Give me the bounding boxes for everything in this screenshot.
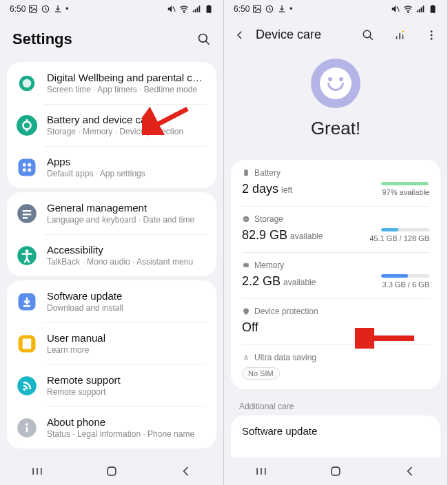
metric-header: Memory [242, 260, 429, 270]
status-bar: 6:50 • [224, 0, 447, 18]
svg-point-50 [431, 34, 433, 36]
svg-line-8 [206, 41, 210, 45]
svg-rect-52 [245, 170, 248, 176]
metric-name: Battery [254, 168, 281, 178]
settings-row-wellbeing[interactable]: Digital Wellbeing and parental controlsS… [7, 62, 216, 104]
sync-icon [265, 4, 274, 14]
phone-right: 6:50 • Device care Great! Battery2 daysl… [224, 0, 448, 485]
metric-name: Ultra data saving [254, 353, 316, 362]
search-icon[interactable] [197, 32, 211, 46]
svg-point-7 [199, 34, 207, 43]
back-icon[interactable] [234, 29, 246, 41]
metric-storage[interactable]: Storage82.9 GBavailable45.1 GB / 128 GB [231, 206, 440, 252]
row-label: General management [47, 202, 207, 214]
settings-row-about[interactable]: About phoneStatus · Legal information · … [7, 406, 216, 448]
software-update-row[interactable]: Software update [231, 415, 440, 457]
battery-icon [428, 4, 438, 14]
svg-rect-5 [207, 6, 212, 12]
svg-point-14 [23, 163, 26, 166]
svg-point-40 [407, 12, 408, 12]
settings-row-manual[interactable]: User manualLearn more [7, 322, 216, 364]
status-time: 6:50 [10, 4, 26, 14]
row-label: Accessibility [47, 244, 207, 256]
device-care-header: Device care [224, 18, 447, 49]
svg-point-28 [23, 388, 26, 391]
device-care-content[interactable]: Battery2 daysleft97% availableStorage82.… [224, 156, 447, 457]
settings-row-apps[interactable]: AppsDefault apps · App settings [7, 146, 216, 188]
image-icon [28, 4, 38, 14]
row-subtitle: Language and keyboard · Date and time [47, 215, 207, 225]
settings-row-battery[interactable]: Battery and device careStorage · Memory … [7, 104, 216, 146]
home-button[interactable] [329, 464, 343, 478]
search-icon[interactable] [362, 29, 374, 41]
svg-point-11 [17, 115, 37, 136]
row-subtitle: Default apps · App settings [47, 169, 207, 178]
metric-memory[interactable]: Memory2.2 GBavailable3.3 GB / 6 GB [231, 252, 440, 298]
wellbeing-icon [17, 73, 37, 94]
back-button[interactable] [179, 464, 193, 478]
chart-icon[interactable] [394, 29, 406, 41]
settings-row-remote[interactable]: Remote supportRemote support [7, 364, 216, 406]
svg-point-1 [31, 7, 32, 8]
mute-icon [391, 4, 400, 14]
software-update-label: Software update [242, 425, 429, 437]
mute-icon [167, 4, 176, 14]
svg-rect-0 [30, 6, 37, 13]
row-subtitle: Status · Legal information · Phone name [47, 429, 207, 439]
metric-value: Off [242, 320, 258, 335]
row-label: User manual [47, 332, 207, 344]
remote-icon [17, 375, 37, 396]
svg-rect-63 [332, 467, 340, 475]
battery-icon [204, 4, 214, 14]
settings-list[interactable]: Digital Wellbeing and parental controlsS… [0, 58, 223, 457]
svg-point-23 [26, 249, 29, 253]
metric-value: 82.9 GBavailable [242, 228, 323, 242]
metric-detail: 45.1 GB / 128 GB [369, 234, 429, 242]
metric-header: Ultra data saving [242, 353, 429, 362]
recents-button[interactable] [30, 464, 44, 478]
home-button[interactable] [105, 464, 119, 478]
more-dot-icon: • [65, 4, 68, 14]
metric-header: Device protection [242, 307, 429, 316]
row-label: About phone [47, 416, 207, 428]
svg-point-37 [255, 7, 256, 8]
svg-point-17 [28, 168, 31, 172]
page-title: Settings [12, 30, 72, 48]
svg-point-27 [17, 376, 37, 395]
row-label: Battery and device care [47, 114, 207, 125]
more-icon[interactable] [425, 29, 438, 41]
metric-shield[interactable]: Device protectionOff [231, 298, 440, 344]
row-label: Remote support [47, 374, 207, 386]
svg-rect-41 [431, 6, 436, 12]
svg-rect-35 [108, 467, 116, 475]
settings-row-accessibility[interactable]: AccessibilityTalkBack · Mono audio · Ass… [7, 234, 216, 276]
status-time: 6:50 [234, 4, 250, 14]
svg-line-3 [173, 7, 176, 12]
svg-point-16 [23, 168, 26, 172]
svg-rect-13 [19, 158, 36, 176]
manual-icon [17, 333, 37, 354]
metric-name: Storage [254, 214, 283, 224]
row-label: Digital Wellbeing and parental controls [47, 72, 207, 83]
back-button[interactable] [403, 464, 417, 478]
svg-line-44 [369, 37, 373, 40]
svg-point-30 [26, 423, 28, 426]
svg-point-48 [402, 30, 404, 32]
recents-button[interactable] [254, 464, 268, 478]
row-label: Software update [47, 290, 207, 302]
wifi-icon [403, 4, 413, 14]
row-subtitle: Learn more [47, 345, 207, 355]
svg-rect-36 [254, 6, 261, 13]
row-subtitle: Storage · Memory · Device protection [47, 127, 207, 136]
svg-line-39 [397, 7, 400, 12]
settings-row-update[interactable]: Software updateDownload and install [7, 280, 216, 322]
section-label: Additional care [224, 393, 447, 415]
svg-rect-19 [23, 210, 32, 212]
metric-datasave[interactable]: Ultra data savingNo SIM [231, 344, 440, 389]
metric-battery[interactable]: Battery2 daysleft97% available [231, 160, 440, 206]
apps-icon [17, 157, 37, 178]
wifi-icon [179, 4, 189, 14]
settings-row-general[interactable]: General managementLanguage and keyboard … [7, 192, 216, 234]
metric-pill: No SIM [242, 367, 280, 380]
settings-header: Settings [0, 18, 223, 58]
